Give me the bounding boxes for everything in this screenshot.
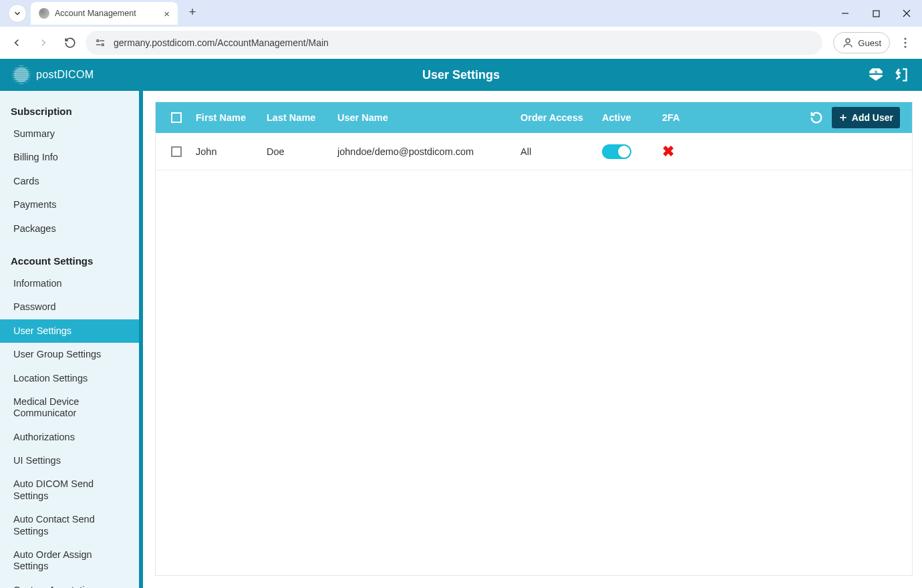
svg-point-11 <box>904 45 906 47</box>
add-user-button[interactable]: Add User <box>832 107 900 128</box>
sidebar-section-subscription: Subscription <box>0 91 143 122</box>
header-checkbox-cell <box>162 112 190 123</box>
svg-rect-1 <box>873 11 879 17</box>
app-header: postDICOM User Settings $ <box>0 59 922 91</box>
col-order-access[interactable]: Order Access <box>515 112 597 123</box>
url-text: germany.postdicom.com/AccountManagement/… <box>114 37 329 48</box>
col-active[interactable]: Active <box>597 112 657 123</box>
tab-title: Account Management <box>55 9 158 18</box>
svg-point-8 <box>846 39 850 43</box>
sidebar: Subscription SummaryBilling InfoCardsPay… <box>0 91 143 588</box>
sidebar-item-user-settings[interactable]: User Settings <box>0 319 143 343</box>
col-user-name[interactable]: User Name <box>332 112 515 123</box>
sidebar-item-summary[interactable]: Summary <box>0 122 143 146</box>
window-close-button[interactable] <box>891 0 922 27</box>
table-header: First Name Last Name User Name Order Acc… <box>156 102 912 133</box>
col-2fa[interactable]: 2FA <box>657 112 724 123</box>
sidebar-item-information[interactable]: Information <box>0 272 143 295</box>
sidebar-item-custom-annotations[interactable]: Custom Annotations <box>0 579 143 588</box>
sidebar-item-medical-device-communicator[interactable]: Medical Device Communicator <box>0 390 143 426</box>
sidebar-item-auto-contact-send-settings[interactable]: Auto Contact Send Settings <box>0 508 143 543</box>
svg-point-6 <box>102 44 104 46</box>
window-controls <box>830 0 922 27</box>
tab-strip: Account Management × + <box>0 0 922 27</box>
refresh-button[interactable] <box>806 108 826 128</box>
sidebar-item-location-settings[interactable]: Location Settings <box>0 367 143 390</box>
col-last-name[interactable]: Last Name <box>261 112 332 123</box>
sidebar-item-authorizations[interactable]: Authorizations <box>0 426 143 449</box>
new-tab-button[interactable]: + <box>183 3 202 22</box>
header-actions: Add User <box>801 107 905 128</box>
tab-strip-left: Account Management × + <box>4 0 202 27</box>
tab-favicon <box>39 8 49 19</box>
page-title: User Settings <box>422 68 500 82</box>
sidebar-item-password[interactable]: Password <box>0 295 143 319</box>
window-maximize-button[interactable] <box>861 0 891 27</box>
billing-icon[interactable]: $ <box>867 66 885 84</box>
brand-name: postDICOM <box>36 69 94 81</box>
sidebar-item-billing-info[interactable]: Billing Info <box>0 146 143 169</box>
nav-reload-button[interactable] <box>59 31 82 54</box>
row-checkbox-cell <box>162 146 190 157</box>
table-row[interactable]: JohnDoejohndoe/demo@postdicom.comAll✖ <box>156 133 912 170</box>
sidebar-item-auto-order-assign-settings[interactable]: Auto Order Assign Settings <box>0 543 143 579</box>
brand-logo[interactable]: postDICOM <box>12 65 94 84</box>
nav-back-button[interactable] <box>5 31 28 54</box>
cell-first-name: John <box>190 146 261 157</box>
tab-close-icon[interactable]: × <box>164 9 170 19</box>
brand-logo-icon <box>12 65 31 84</box>
browser-menu-button[interactable] <box>894 31 917 54</box>
col-first-name[interactable]: First Name <box>190 112 261 123</box>
sidebar-item-packages[interactable]: Packages <box>0 217 143 241</box>
sidebar-scrollbar[interactable] <box>139 91 143 588</box>
browser-tab[interactable]: Account Management × <box>31 2 178 25</box>
profile-chip[interactable]: Guest <box>833 32 890 53</box>
cell-order-access: All <box>515 146 597 157</box>
sidebar-item-auto-dicom-send-settings[interactable]: Auto DICOM Send Settings <box>0 472 143 508</box>
sidebar-item-ui-settings[interactable]: UI Settings <box>0 449 143 472</box>
header-icons: $ <box>867 66 910 84</box>
cell-last-name: Doe <box>261 146 332 157</box>
cell-active <box>597 144 657 159</box>
logout-icon[interactable] <box>893 66 910 84</box>
app-body: Subscription SummaryBilling InfoCardsPay… <box>0 91 922 588</box>
cell-user-name: johndoe/demo@postdicom.com <box>332 146 515 157</box>
x-icon: ✖ <box>662 143 718 160</box>
sidebar-item-user-group-settings[interactable]: User Group Settings <box>0 343 143 366</box>
tab-search-button[interactable] <box>8 4 27 23</box>
select-all-checkbox[interactable] <box>171 112 182 123</box>
sidebar-item-payments[interactable]: Payments <box>0 193 143 216</box>
address-bar[interactable]: germany.postdicom.com/AccountManagement/… <box>86 31 822 55</box>
svg-point-10 <box>904 41 906 43</box>
row-checkbox[interactable] <box>171 146 182 157</box>
sidebar-section-account-settings: Account Settings <box>0 241 143 272</box>
nav-forward-button[interactable] <box>32 31 55 54</box>
add-user-label: Add User <box>852 112 893 123</box>
app: postDICOM User Settings $ Subscription S… <box>0 59 922 588</box>
window-minimize-button[interactable] <box>830 0 861 27</box>
browser-toolbar: germany.postdicom.com/AccountManagement/… <box>0 27 922 59</box>
users-panel: First Name Last Name User Name Order Acc… <box>155 102 913 576</box>
svg-point-9 <box>904 37 906 39</box>
browser-chrome: Account Management × + germany.postdicom… <box>0 0 922 59</box>
svg-point-4 <box>97 40 99 42</box>
profile-label: Guest <box>858 38 881 48</box>
sidebar-item-cards[interactable]: Cards <box>0 170 143 193</box>
active-toggle[interactable] <box>602 144 631 159</box>
content-area: First Name Last Name User Name Order Acc… <box>143 91 922 588</box>
cell-2fa: ✖ <box>657 143 724 160</box>
site-settings-icon[interactable] <box>94 36 107 49</box>
